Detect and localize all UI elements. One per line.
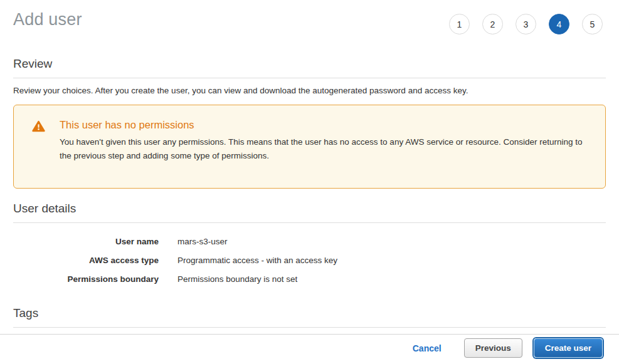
- step-circle-1: 1: [449, 14, 470, 34]
- detail-row: User namemars-s3-user: [13, 232, 606, 251]
- wizard-header: Add user 12345: [0, 0, 619, 34]
- detail-value: Programmatic access - with an access key: [177, 256, 337, 265]
- warning-triangle-icon: [32, 120, 45, 135]
- create-user-button[interactable]: Create user: [534, 338, 603, 358]
- detail-value: mars-s3-user: [177, 237, 228, 246]
- no-permissions-warning-banner: This user has no permissions You haven't…: [13, 105, 606, 189]
- detail-row: Permissions boundaryPermissions boundary…: [13, 269, 606, 288]
- step-indicator: 12345: [449, 14, 603, 34]
- previous-button[interactable]: Previous: [464, 338, 522, 358]
- step-circle-3: 3: [516, 14, 536, 34]
- detail-row: AWS access typeProgrammatic access - wit…: [13, 251, 606, 269]
- step-circle-5: 5: [582, 14, 603, 34]
- wizard-footer: Cancel Previous Create user: [0, 334, 619, 364]
- step-circle-2: 2: [482, 14, 503, 34]
- warning-text: This user has no permissions You haven't…: [60, 119, 590, 163]
- tags-heading: Tags: [13, 306, 606, 328]
- detail-label: AWS access type: [13, 256, 159, 265]
- step-circle-4-active: 4: [549, 14, 569, 34]
- page-title: Add user: [13, 10, 82, 29]
- cancel-link[interactable]: Cancel: [413, 343, 442, 353]
- detail-label: Permissions boundary: [13, 274, 159, 284]
- review-section-heading: Review: [13, 57, 606, 78]
- user-details-heading: User details: [13, 202, 606, 223]
- review-step-content: Review Review your choices. After you cr…: [0, 57, 619, 345]
- warning-body: You haven't given this user any permissi…: [60, 135, 590, 163]
- review-description: Review your choices. After you create th…: [13, 86, 606, 95]
- user-details-table: User namemars-s3-userAWS access typeProg…: [13, 232, 606, 288]
- detail-label: User name: [13, 237, 159, 246]
- detail-value: Permissions boundary is not set: [177, 274, 297, 284]
- warning-title: This user has no permissions: [60, 119, 590, 131]
